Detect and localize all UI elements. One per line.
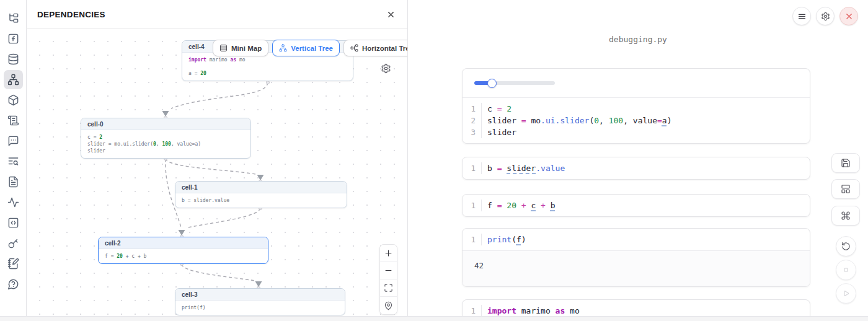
gear-icon [821,12,830,21]
sidebar-item-variables[interactable] [4,29,23,48]
sidebar-item-scratchpad[interactable] [4,254,23,273]
center-node-button[interactable] [380,297,397,314]
fit-view-button[interactable] [380,279,397,297]
undo-icon [841,242,851,251]
notebook-cell-f-cell: 1f = 20 + c + b [462,194,810,217]
stopsq-icon [841,265,851,275]
graph-node-cell-2[interactable]: cell-2f = 20 + c + b [98,237,268,264]
marimo-app: DEPENDENCIES Mini MapVertical TreeHorizo… [0,0,868,321]
sidebar-item-secrets[interactable] [4,234,23,253]
close-icon [386,10,396,19]
bottom-statusbar [0,316,868,321]
panels-icon [841,184,851,194]
sidebar-item-chat[interactable] [4,131,23,151]
line-numbers: 1 [463,234,482,245]
notebook-cell-print-cell: 1print(f)42 [462,228,810,287]
outline-search-icon [7,156,19,167]
node-code: import marimo as mo a = 20 [182,53,353,81]
view-button-mini-map[interactable]: Mini Map [213,40,268,56]
chat-icon [7,135,19,147]
node-code: c = 2slider = mo.ui.slider(0, 100, value… [81,130,250,158]
graph-view-switcher: Mini MapVertical TreeHorizontal Tree [213,40,407,56]
zoom-out-button[interactable] [380,262,397,279]
graph-node-cell-3[interactable]: cell-3print(f) [175,288,345,315]
stop-button[interactable] [836,260,856,280]
code-lines: b = slider.value [482,162,565,174]
notebook-panel: debugging.py 123c = 2slider = mo.ui.slid… [407,0,868,321]
node-title: cell-0 [81,118,250,130]
graph-node-cell-1[interactable]: cell-1b = slider.value [175,181,347,208]
dependencies-panel: DEPENDENCIES Mini MapVertical TreeHorizo… [27,0,407,321]
node-code: b = slider.value [175,193,347,208]
gear-icon [381,63,393,74]
node-code: print(f) [175,301,345,315]
rows-icon [219,44,228,52]
sidebar-item-documentation[interactable] [4,172,23,191]
notebook-filename: debugging.py [408,35,868,44]
graph-node-cell-0[interactable]: cell-0c = 2slider = mo.ui.slider(0, 100,… [81,118,251,159]
code-lines: f = 20 + c + b [482,200,556,211]
notebook-menu-button[interactable] [792,7,811,25]
run-button[interactable] [836,283,856,304]
dependencies-header: DEPENDENCIES [27,0,407,29]
sidebar-item-help[interactable] [4,275,23,294]
sidebar-item-explorer[interactable] [4,9,23,28]
undo-button[interactable] [836,236,856,257]
code-editor[interactable]: 1b = slider.value [463,157,810,179]
cell-output-area [463,69,810,98]
shutdown-button[interactable] [839,7,858,25]
notebook-cell-b-cell: 1b = slider.value [462,157,810,180]
dependencies-icon [7,74,19,86]
sidebar-item-snippets[interactable] [4,213,23,232]
line-numbers: 1 [463,200,482,211]
logs-icon [7,115,19,126]
x-icon [844,12,854,21]
code-editor[interactable]: 1f = 20 + c + b [463,195,810,216]
code-lines: c = 2slider = mo.ui.slider(0, 100, value… [482,103,671,138]
node-title: cell-1 [175,182,347,193]
command-icon [841,211,851,221]
node-title: cell-2 [99,237,268,249]
network-icon [279,44,287,52]
view-button-vertical-tree[interactable]: Vertical Tree [272,40,340,56]
code-lines: print(f) [482,234,526,245]
snippets-icon [7,217,19,229]
layout-button[interactable] [831,179,860,199]
explorer-icon [7,12,19,24]
slider-thumb[interactable] [487,79,497,88]
datasources-icon [7,53,19,65]
helper-sidebar [0,0,27,321]
graph-zoom-controls [379,244,397,315]
play-icon [841,289,851,298]
scratchpad-icon [7,258,19,270]
line-numbers: 123 [463,103,482,138]
zoom-in-button[interactable] [380,245,397,262]
sidebar-item-dependencies[interactable] [4,70,23,89]
sidebar-item-tracing[interactable] [4,193,23,212]
slider-widget[interactable] [474,81,555,85]
sidebar-item-datasources[interactable] [4,50,23,69]
sidebar-item-logs[interactable] [4,111,23,130]
save-button[interactable] [831,153,860,173]
zoom-out-icon [384,266,393,275]
panel-title: DEPENDENCIES [37,10,105,19]
node-code: f = 20 + c + b [99,249,268,263]
dependency-graph-canvas[interactable]: Mini MapVertical TreeHorizontal Tree cel… [27,29,407,321]
commands-button[interactable] [831,206,860,226]
documentation-icon [7,176,19,188]
console-output: 42 [463,250,810,286]
tracing-icon [7,196,19,208]
view-button-horizontal-tree[interactable]: Horizontal Tree [343,40,407,56]
line-numbers: 1 [463,162,482,174]
node-title: cell-3 [175,289,345,301]
fit-view-icon [384,283,393,292]
code-editor[interactable]: 1print(f) [463,229,810,250]
variables-icon [7,33,19,45]
floppy-icon [841,158,851,168]
graph-settings-button[interactable] [381,62,393,74]
close-panel-button[interactable] [384,7,397,21]
sidebar-item-packages[interactable] [4,90,23,110]
notebook-settings-button[interactable] [816,7,835,25]
code-editor[interactable]: 123c = 2slider = mo.ui.slider(0, 100, va… [463,98,810,143]
sidebar-item-outline-search[interactable] [4,152,23,171]
